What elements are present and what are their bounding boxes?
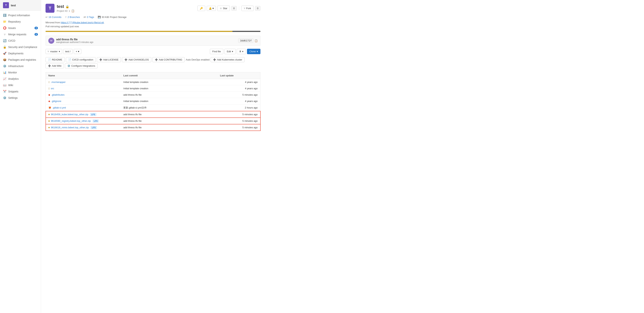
sidebar-item-analytics[interactable]: 📈 Analytics [0,76,41,82]
file-name-cell: ■ 9616590_registry.bdeet.top_other.zip L… [46,118,121,124]
fork-label: Fork [246,7,251,10]
sidebar-item-cicd[interactable]: 🔄 CI/CD [0,38,41,44]
qa-label-add-kubernetes: Add Kubernetes cluster [217,58,242,61]
qa-btn-readme[interactable]: 📄README [46,57,65,62]
storage-size: 93 KiB [102,16,109,19]
branch-selector[interactable]: ⑂ master ▾ [46,49,62,54]
file-special-icon: ◆ [48,93,50,96]
fork-button[interactable]: ⑂ Fork [242,6,254,11]
branches-stat: ⑂ 2 Branches [65,16,80,19]
project-id-text: Project ID: 1 [57,10,70,12]
file-link[interactable]: 9616459_kube.bdeet.top_other.zip [51,113,88,116]
sidebar-label-infrastructure: Infrastructure [8,65,24,68]
sidebar-item-settings[interactable]: ⚙️ Settings [0,95,41,101]
qa-btn-cicd-config[interactable]: 📄CI/CD configuration [66,57,96,62]
sidebar-icon-repository: 📁 [3,20,6,23]
last-update-cell: 4 years ago [217,98,260,104]
commit-author-time: wangkaixuan authored 5 minutes ago [56,41,94,44]
sidebar-header[interactable]: T test [0,0,41,11]
file-link[interactable]: 9616618_minio.bdeet.top_other.zip [51,126,89,129]
lfs-badge: LFS [93,120,99,123]
lfs-badge: LFS [91,126,97,129]
table-row: □ src Initial template creation 4 years … [46,85,260,92]
sidebar-item-infrastructure[interactable]: ⚙️ Infrastructure [0,63,41,69]
file-table: Name Last commit Last update □ .mvn/wrap… [46,72,260,131]
sidebar-label-merge-requests: Merge requests [8,33,26,36]
file-link[interactable]: .gitattributes [51,93,64,96]
qa-btn-add-kubernetes[interactable]: ➕Add Kubernetes cluster [210,57,244,62]
branches-label: Branches [70,16,80,19]
commit-hash-code: 16d6172f [238,39,253,43]
clone-button[interactable]: Clone ▾ [247,49,260,54]
copy-hash-button[interactable]: 📋 [254,39,258,42]
last-update-cell: 4 years ago [217,79,260,85]
file-name-wrapper: □ src [48,87,118,90]
commit-msg-cell: add thress lfs file [121,124,217,131]
add-file-button[interactable]: + ▾ [74,49,81,54]
file-link[interactable]: .mvn/wrapper [51,81,66,84]
branches-link[interactable]: 2 Branches [68,16,80,19]
sidebar-label-cicd: CI/CD [8,39,15,42]
edit-button[interactable]: Edit ▾ [224,49,236,54]
project-name: test 🔒 [57,4,74,9]
notification-button[interactable]: 🔔 ▾ [207,6,216,11]
file-name-cell: ■ 9616459_kube.bdeet.top_other.zip LFS [46,111,121,118]
progress-fill-secondary [232,31,260,32]
toolbar-right: Find file Edit ▾ ⬇ ▾ Clone ▾ [210,49,260,54]
copy-project-id-button[interactable]: 📋 [71,9,74,12]
sidebar-item-packages[interactable]: 📦 Packages and registries [0,57,41,63]
sidebar-icon-infrastructure: ⚙️ [3,65,6,68]
qa-btn-configure-integrations[interactable]: ⚙️Configure Integrations [65,63,98,68]
project-name-area: test 🔒 Project ID: 1 📋 [57,4,74,12]
commit-msg-cell: Initial template creation [121,85,217,92]
lock-icon: 🔒 [66,5,69,9]
repo-path: test / [63,49,72,54]
sidebar-label-packages: Packages and registries [8,58,36,61]
sidebar-item-project-info[interactable]: ℹ️ Project information [0,12,41,19]
lfs-file-icon: ■ [48,113,50,116]
commit-left: W add thress lfs file wangkaixuan author… [48,38,94,44]
branches-icon: ⑂ [65,16,66,19]
table-row: ◆ .gitattributes add thress lfs file 5 m… [46,92,260,98]
sidebar-item-repository[interactable]: 📁 Repository [0,19,41,25]
mirror-prefix: Mirrored from [46,21,60,24]
sidebar-item-merge-requests[interactable]: ⑂ Merge requests 0 [0,31,41,38]
lfs-file-icon: ■ [48,126,50,129]
qa-btn-add-license[interactable]: ➕Add LICENSE [97,57,121,62]
qa-label-add-changelog: Add CHANGELOG [128,58,149,61]
fork-count: 0 [255,6,260,11]
sidebar-item-deployments[interactable]: 🚀 Deployments [0,50,41,57]
file-name-cell: ◆ .gitignore [46,98,121,104]
sidebar-label-repository: Repository [8,20,21,23]
ssh-key-button[interactable]: 🔑 [198,6,205,11]
qa-label-readme: README [52,58,62,61]
sidebar-item-security[interactable]: 🔒 Security and Compliance [0,44,41,50]
key-icon: 🔑 [200,7,203,10]
file-link[interactable]: .gitlab-ci.yml [52,106,66,109]
qa-btn-add-wiki[interactable]: ➕Add Wiki [46,63,64,68]
sidebar-item-monitor[interactable]: 📊 Monitor [0,69,41,76]
commit-msg-cell: add thress lfs file [121,118,217,124]
qa-btn-add-contributing[interactable]: ➕Add CONTRIBUTING [152,57,185,62]
sidebar-project-name: test [11,4,16,7]
file-link[interactable]: src [51,87,54,90]
file-link[interactable]: .gitignore [51,100,61,103]
star-button[interactable]: ☆ Star [217,6,230,11]
mirror-url[interactable]: https://:****@kube.bdeet.top/ci-file/cd.… [61,21,104,24]
bell-dropdown-icon: ▾ [212,7,214,10]
sidebar-item-wiki[interactable]: 📖 Wiki [0,82,41,88]
tags-link[interactable]: 0 Tags [87,16,94,19]
sidebar-item-issues[interactable]: ⭕ Issues 0 [0,25,41,31]
commits-link[interactable]: 16 Commits [48,16,62,19]
commit-bar: W add thress lfs file wangkaixuan author… [46,36,260,46]
sidebar-item-snippets[interactable]: ✂️ Snippets [0,88,41,95]
sidebar-badge-issues: 0 [34,27,38,29]
mirror-info: Mirrored from https://:****@kube.bdeet.t… [46,21,260,29]
project-header: T test 🔒 Project ID: 1 📋 🔑 [46,4,260,13]
find-file-button[interactable]: Find file [210,49,223,54]
download-button[interactable]: ⬇ ▾ [237,49,246,54]
qa-icon-add-wiki: ➕ [48,65,51,67]
qa-btn-add-changelog[interactable]: ➕Add CHANGELOG [122,57,151,62]
toolbar-left: ⑂ master ▾ test / + ▾ [46,49,81,54]
file-link[interactable]: 9616590_registry.bdeet.top_other.zip [51,120,91,122]
